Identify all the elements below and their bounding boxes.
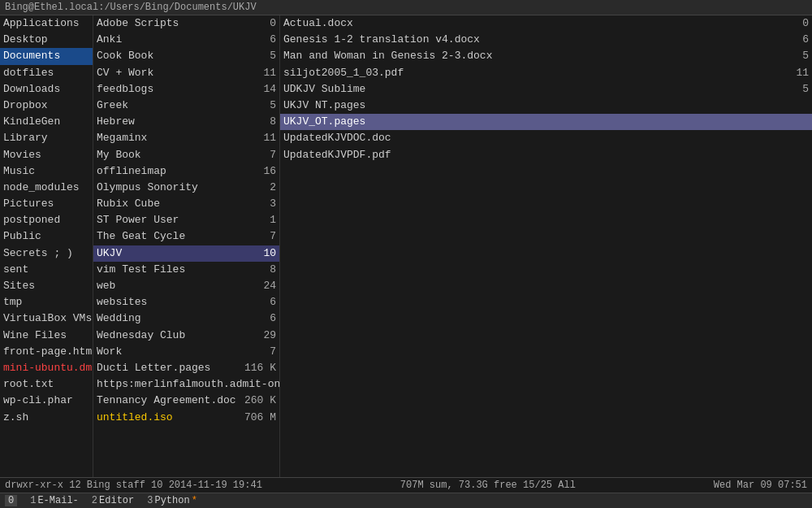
left-pane-item[interactable]: Wine Files bbox=[0, 328, 93, 344]
middle-pane-item[interactable]: The Geat Cycle7 bbox=[93, 228, 279, 245]
middle-pane-item[interactable]: Tennancy Agreement.doc260 K bbox=[93, 393, 279, 409]
right-pane-item[interactable]: UpdatedKJVDOC.doc bbox=[280, 130, 812, 146]
left-pane-item[interactable]: wp-cli.phar bbox=[0, 393, 93, 409]
left-pane-item[interactable]: Documents bbox=[0, 48, 93, 64]
right-pane-item[interactable]: Man and Woman in Genesis 2-3.docx5 bbox=[280, 48, 812, 64]
left-pane-item[interactable]: Applications bbox=[0, 15, 93, 32]
left-pane-item[interactable]: Dropbox bbox=[0, 98, 93, 114]
left-pane-item[interactable]: VirtualBox VMs bbox=[0, 310, 93, 327]
left-pane-item[interactable]: KindleGen bbox=[0, 114, 93, 130]
left-pane-item[interactable]: Downloads bbox=[0, 81, 93, 98]
middle-pane-item[interactable]: https:merlinfalmouth.admit-one.eu:?p=pag… bbox=[93, 376, 279, 393]
left-pane-item[interactable]: Library bbox=[0, 130, 93, 146]
left-pane-item[interactable]: mini-ubuntu.dmg bbox=[0, 360, 93, 376]
middle-pane-item[interactable]: Rubix Cube3 bbox=[93, 196, 279, 212]
left-pane-item[interactable]: node_modules bbox=[0, 180, 93, 196]
left-pane-item[interactable]: front-page.html bbox=[0, 344, 93, 360]
title-path: Bing@Ethel.local:/Users/Bing/Documents/U… bbox=[5, 2, 257, 13]
left-pane: ApplicationsDesktopDocumentsdotfilesDown… bbox=[0, 15, 93, 477]
middle-pane-item[interactable]: untitled.iso706 M bbox=[93, 410, 279, 426]
middle-pane-item[interactable]: Hebrew8 bbox=[93, 114, 279, 130]
left-pane-item[interactable]: Public bbox=[0, 228, 93, 245]
right-pane-item[interactable]: Actual.docx0 bbox=[280, 15, 812, 32]
middle-pane-item[interactable]: Anki6 bbox=[93, 32, 279, 48]
right-pane-item[interactable]: siljot2005_1_03.pdf11 bbox=[280, 65, 812, 81]
status-bar: drwxr-xr-x 12 Bing staff 10 2014-11-19 1… bbox=[0, 477, 812, 493]
title-bar: Bing@Ethel.local:/Users/Bing/Documents/U… bbox=[0, 0, 812, 15]
middle-pane-item[interactable]: Megaminx11 bbox=[93, 130, 279, 146]
status-middle: 707M sum, 73.3G free 15/25 All bbox=[400, 480, 576, 491]
middle-pane-item[interactable]: UKJV10 bbox=[93, 245, 279, 262]
middle-pane-item[interactable]: Ducti Letter.pages116 K bbox=[93, 360, 279, 376]
middle-pane-item[interactable]: web24 bbox=[93, 278, 279, 294]
middle-pane-item[interactable]: ST Power User1 bbox=[93, 212, 279, 228]
middle-pane-item[interactable]: Work7 bbox=[93, 344, 279, 360]
right-pane-item[interactable]: UpdatedKJVPDF.pdf bbox=[280, 147, 812, 163]
middle-pane-item[interactable]: websites6 bbox=[93, 294, 279, 310]
main-area: ApplicationsDesktopDocumentsdotfilesDown… bbox=[0, 15, 812, 477]
right-pane-item[interactable]: UDKJV Sublime5 bbox=[280, 81, 812, 98]
left-pane-item[interactable]: Secrets ; ) bbox=[0, 245, 93, 262]
middle-pane-item[interactable]: Olympus Sonority2 bbox=[93, 180, 279, 196]
middle-pane-item[interactable]: CV + Work11 bbox=[93, 65, 279, 81]
left-pane-item[interactable]: dotfiles bbox=[0, 65, 93, 81]
middle-pane-item[interactable]: offlineimap16 bbox=[93, 163, 279, 180]
middle-pane-item[interactable]: Wedding6 bbox=[93, 310, 279, 327]
middle-pane-item[interactable]: Adobe Scripts0 bbox=[93, 15, 279, 32]
right-pane-item[interactable]: UKJV_OT.pages bbox=[280, 114, 812, 130]
bottom-tab[interactable]: 1 E-Mail- bbox=[30, 495, 79, 506]
middle-pane-item[interactable]: Wednesday Club29 bbox=[93, 328, 279, 344]
left-pane-item[interactable]: Movies bbox=[0, 147, 93, 163]
left-pane-item[interactable]: postponed bbox=[0, 212, 93, 228]
bottom-indicator: 0 bbox=[5, 495, 17, 506]
right-pane-item[interactable]: UKJV NT.pages bbox=[280, 98, 812, 114]
left-pane-item[interactable]: sent bbox=[0, 262, 93, 278]
middle-pane-item[interactable]: Greek5 bbox=[93, 98, 279, 114]
bottom-tab[interactable]: 3 Python* bbox=[147, 495, 197, 506]
left-pane-item[interactable]: z.sh bbox=[0, 410, 93, 426]
status-right: Wed Mar 09 07:51 bbox=[714, 480, 807, 491]
middle-pane: Adobe Scripts0Anki6Cook Book5CV + Work11… bbox=[93, 15, 280, 477]
left-pane-item[interactable]: Pictures bbox=[0, 196, 93, 212]
right-pane-item[interactable]: Genesis 1-2 translation v4.docx6 bbox=[280, 32, 812, 48]
middle-pane-item[interactable]: feedblogs14 bbox=[93, 81, 279, 98]
middle-pane-item[interactable]: Cook Book5 bbox=[93, 48, 279, 64]
middle-pane-item[interactable]: vim Test Files8 bbox=[93, 262, 279, 278]
right-pane: Actual.docx0Genesis 1-2 translation v4.d… bbox=[280, 15, 812, 477]
bottom-tab[interactable]: 2 Editor bbox=[92, 495, 134, 506]
left-pane-item[interactable]: Sites bbox=[0, 278, 93, 294]
status-left: drwxr-xr-x 12 Bing staff 10 2014-11-19 1… bbox=[5, 480, 262, 491]
middle-pane-item[interactable]: My Book7 bbox=[93, 147, 279, 163]
left-pane-item[interactable]: Desktop bbox=[0, 32, 93, 48]
bottom-bar: 0 1 E-Mail-2 Editor3 Python* bbox=[0, 493, 812, 508]
left-pane-item[interactable]: root.txt bbox=[0, 376, 93, 393]
left-pane-item[interactable]: tmp bbox=[0, 294, 93, 310]
left-pane-item[interactable]: Music bbox=[0, 163, 93, 180]
